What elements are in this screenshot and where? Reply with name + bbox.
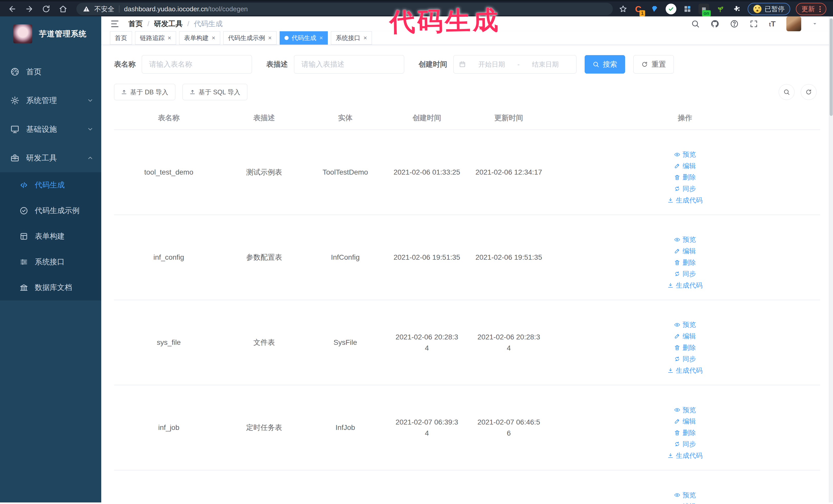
table-row: inf_config 参数配置表 InfConfig 2021-02-06 19… <box>114 215 820 300</box>
col-table-desc: 表描述 <box>223 106 305 130</box>
c-extension-icon[interactable]: C1 <box>633 4 644 14</box>
start-date-placeholder[interactable]: 开始日期 <box>466 60 518 69</box>
edit-link[interactable]: 编辑 <box>674 501 696 504</box>
view-tab[interactable]: 表单构建 × <box>179 31 220 45</box>
preview-link[interactable]: 预览 <box>674 405 696 415</box>
sync-link[interactable]: 同步 <box>674 439 696 449</box>
sync-icon <box>674 441 680 447</box>
close-icon[interactable]: × <box>363 35 367 41</box>
reset-button[interactable]: 重置 <box>633 55 674 74</box>
cell-table-desc: 定时任务表 <box>223 385 305 470</box>
sync-icon <box>674 186 680 192</box>
view-tab[interactable]: 首页 <box>110 31 132 45</box>
sidebar-item-label: 研发工具 <box>26 153 57 163</box>
generate-code-link[interactable]: 生成代码 <box>667 280 703 290</box>
close-icon[interactable]: × <box>212 35 215 41</box>
sidebar-item[interactable]: 系统管理 <box>0 86 101 115</box>
breadcrumb-devtools[interactable]: 研发工具 <box>154 19 183 29</box>
kebab-menu-icon[interactable] <box>819 6 821 12</box>
avatar-caret-down-icon[interactable] <box>812 21 818 27</box>
address-bar[interactable]: 不安全 dashboard.yudao.iocoder.cn/tool/code… <box>76 3 613 15</box>
col-table-name: 表名称 <box>114 106 223 130</box>
github-icon[interactable] <box>711 20 719 28</box>
preview-link[interactable]: 预览 <box>674 490 696 500</box>
browser-chrome: 不安全 dashboard.yudao.iocoder.cn/tool/code… <box>0 0 833 17</box>
chrome-toolbar: C1 ▦on 已暂停 更新 <box>619 3 828 15</box>
sync-link[interactable]: 同步 <box>674 269 696 279</box>
extensions-puzzle-icon[interactable] <box>731 4 742 14</box>
green-extension-icon[interactable] <box>715 4 725 14</box>
sidebar-item[interactable]: 首页 <box>0 57 101 86</box>
preview-link[interactable]: 预览 <box>674 149 696 160</box>
preview-link[interactable]: 预览 <box>674 234 696 245</box>
update-label: 更新 <box>802 5 815 14</box>
pencil-icon <box>674 333 680 339</box>
view-tab[interactable]: 链路追踪 × <box>135 31 176 45</box>
home-icon[interactable] <box>56 2 70 16</box>
sidebar-subitem[interactable]: 表单构建 <box>0 223 101 249</box>
edit-link[interactable]: 编辑 <box>674 416 696 426</box>
app-logo[interactable]: 芋道管理系统 <box>0 17 101 51</box>
update-button[interactable]: 更新 <box>796 3 826 15</box>
breadcrumb-current: 代码生成 <box>194 19 223 29</box>
table-row: inf_job_log 定时任务日志表 InfJobLog 2021-02-08… <box>114 470 820 504</box>
close-icon[interactable]: × <box>268 35 272 41</box>
edit-link[interactable]: 编辑 <box>674 331 696 341</box>
scrollbar-thumb[interactable] <box>830 19 833 116</box>
view-tab[interactable]: 代码生成示例 × <box>223 31 277 45</box>
close-icon[interactable]: × <box>319 35 323 41</box>
search-icon[interactable] <box>691 20 700 28</box>
back-icon[interactable] <box>5 2 20 16</box>
reload-icon[interactable] <box>39 2 53 16</box>
paused-badge[interactable]: 已暂停 <box>748 3 790 15</box>
grid-extension-icon[interactable] <box>682 4 693 14</box>
hamburger-icon[interactable] <box>110 19 120 29</box>
help-icon[interactable] <box>730 20 739 28</box>
fullscreen-icon[interactable] <box>749 20 758 28</box>
sync-link[interactable]: 同步 <box>674 354 696 364</box>
close-icon[interactable]: × <box>168 35 171 41</box>
search-button[interactable]: 搜索 <box>585 55 625 74</box>
table-desc-input[interactable] <box>294 55 404 74</box>
generate-code-link[interactable]: 生成代码 <box>667 365 703 376</box>
page-scrollbar[interactable] <box>829 17 833 502</box>
generate-code-link[interactable]: 生成代码 <box>667 195 703 205</box>
sidebar-subitem[interactable]: 代码生成 <box>0 172 101 198</box>
delete-link[interactable]: 删除 <box>674 342 696 353</box>
view-tab[interactable]: 系统接口 × <box>331 31 372 45</box>
upload-icon <box>189 89 195 95</box>
edit-link[interactable]: 编辑 <box>674 161 696 171</box>
edit-link[interactable]: 编辑 <box>674 246 696 256</box>
import-db-button[interactable]: 基于 DB 导入 <box>114 84 175 100</box>
delete-link[interactable]: 删除 <box>674 172 696 182</box>
preview-link[interactable]: 预览 <box>674 319 696 330</box>
generate-code-link[interactable]: 生成代码 <box>667 450 703 461</box>
avatar[interactable] <box>786 17 801 31</box>
sync-icon <box>674 356 680 362</box>
table-row: tool_test_demo 测试示例表 ToolTestDemo 2021-0… <box>114 130 820 215</box>
forward-icon[interactable] <box>22 2 37 16</box>
delete-link[interactable]: 删除 <box>674 257 696 268</box>
gem-extension-icon[interactable] <box>649 4 660 14</box>
breadcrumb-home[interactable]: 首页 <box>128 19 143 29</box>
sidebar-subitem[interactable]: 代码生成示例 <box>0 198 101 223</box>
table-name-input[interactable] <box>142 55 252 74</box>
cell-actions: 预览 编辑 删除 同步 生成代码 <box>550 130 820 215</box>
sidebar-item[interactable]: 研发工具 <box>0 144 101 172</box>
date-range-picker[interactable]: 开始日期 - 结束日期 <box>453 55 576 74</box>
refresh-table-button[interactable] <box>801 84 816 100</box>
sidebar-subitem-label: 系统接口 <box>35 257 65 267</box>
view-tab[interactable]: 代码生成 × <box>280 31 328 45</box>
on-extension-icon[interactable]: ▦on <box>698 4 709 14</box>
check-extension-icon[interactable] <box>666 4 676 14</box>
sidebar-item[interactable]: 基础设施 <box>0 115 101 144</box>
delete-link[interactable]: 删除 <box>674 428 696 438</box>
toggle-search-button[interactable] <box>779 84 794 100</box>
bookmark-star-icon[interactable] <box>619 5 627 13</box>
sync-link[interactable]: 同步 <box>674 184 696 194</box>
sidebar-subitem[interactable]: 数据库文档 <box>0 275 101 301</box>
end-date-placeholder[interactable]: 结束日期 <box>520 60 571 69</box>
font-size-icon[interactable]: tT <box>769 20 776 28</box>
import-sql-button[interactable]: 基于 SQL 导入 <box>183 84 247 100</box>
sidebar-subitem[interactable]: 系统接口 <box>0 249 101 275</box>
